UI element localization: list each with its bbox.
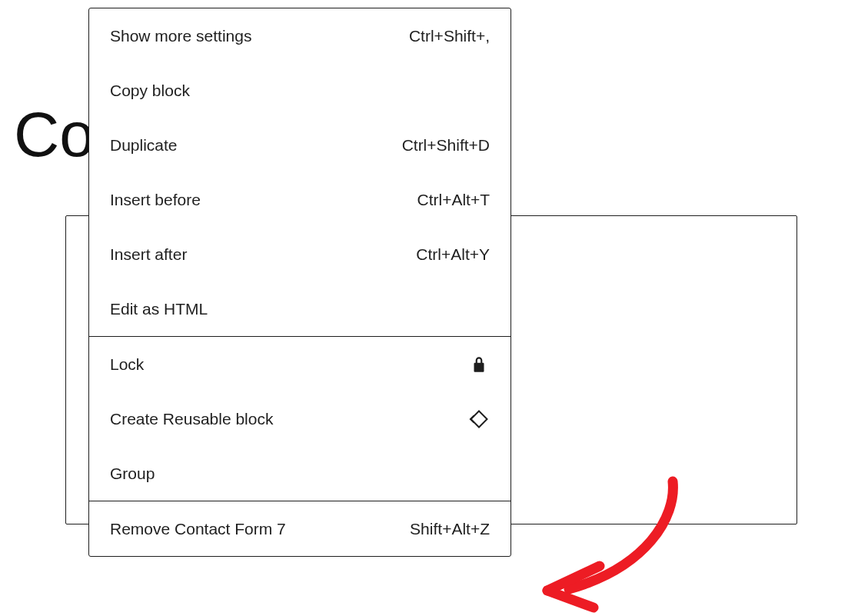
menu-item-group[interactable]: Group <box>89 446 510 501</box>
menu-item-create-reusable-block[interactable]: Create Reusable block <box>89 391 510 446</box>
menu-item-copy-block[interactable]: Copy block <box>89 63 510 118</box>
menu-item-label: Copy block <box>110 82 190 100</box>
menu-item-lock[interactable]: Lock <box>89 337 510 391</box>
menu-item-insert-before[interactable]: Insert beforeCtrl+Alt+T <box>89 172 510 227</box>
page-title: Co <box>14 98 95 171</box>
menu-item-shortcut: Shift+Alt+Z <box>410 520 490 538</box>
menu-item-remove-contact-form-7[interactable]: Remove Contact Form 7Shift+Alt+Z <box>89 501 510 556</box>
menu-item-show-more-settings[interactable]: Show more settingsCtrl+Shift+, <box>89 8 510 63</box>
menu-item-label: Insert before <box>110 191 201 209</box>
lock-icon <box>468 354 490 375</box>
menu-item-insert-after[interactable]: Insert afterCtrl+Alt+Y <box>89 227 510 281</box>
menu-item-label: Lock <box>110 355 144 374</box>
menu-item-shortcut: Ctrl+Shift+, <box>409 27 490 45</box>
menu-item-shortcut: Ctrl+Alt+Y <box>416 245 490 264</box>
menu-item-label: Insert after <box>110 245 187 264</box>
menu-item-shortcut: Ctrl+Shift+D <box>402 136 490 155</box>
menu-item-duplicate[interactable]: DuplicateCtrl+Shift+D <box>89 118 510 172</box>
menu-item-label: Show more settings <box>110 27 251 45</box>
menu-item-label: Edit as HTML <box>110 300 208 318</box>
menu-item-shortcut: Ctrl+Alt+T <box>417 191 490 209</box>
reusable-icon <box>468 408 490 430</box>
menu-item-label: Duplicate <box>110 136 178 155</box>
block-options-menu: Show more settingsCtrl+Shift+,Copy block… <box>88 8 511 557</box>
menu-item-label: Create Reusable block <box>110 410 273 428</box>
menu-item-edit-as-html[interactable]: Edit as HTML <box>89 281 510 336</box>
menu-item-label: Group <box>110 464 155 483</box>
menu-item-label: Remove Contact Form 7 <box>110 520 286 538</box>
